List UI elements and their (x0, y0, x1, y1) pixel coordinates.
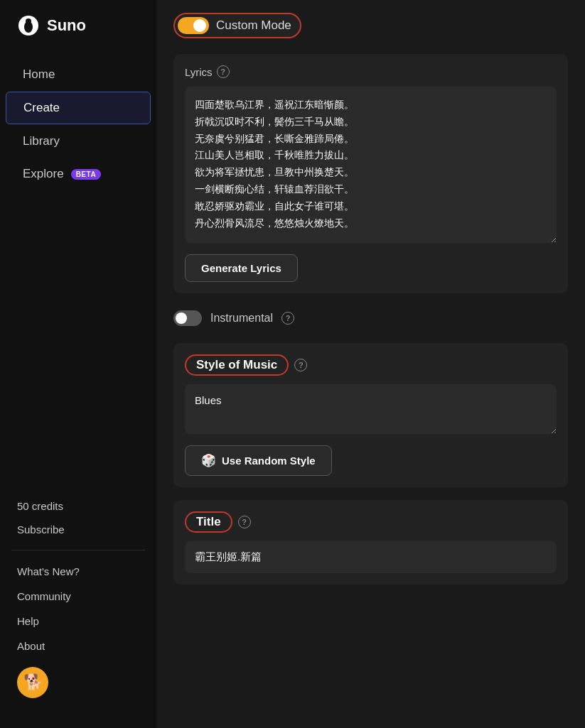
sidebar-nav: Home Create Library Explore BETA 50 cred… (0, 58, 156, 714)
instrumental-row: Instrumental ? (173, 306, 568, 330)
logo: Suno (0, 14, 156, 58)
sidebar-item-library[interactable]: Library (6, 126, 151, 157)
random-style-label: Use Random Style (222, 455, 316, 467)
sidebar-item-create[interactable]: Create (6, 92, 151, 124)
dice-icon: 🎲 (201, 453, 216, 468)
suno-logo-icon (17, 14, 40, 37)
random-style-button[interactable]: 🎲 Use Random Style (185, 445, 332, 476)
style-help-icon[interactable]: ? (294, 359, 307, 371)
style-textarea[interactable]: Blues (185, 384, 557, 434)
style-label: Style of Music (185, 354, 289, 376)
instrumental-label: Instrumental (210, 312, 273, 325)
instrumental-help-icon[interactable]: ? (281, 312, 294, 325)
title-help-icon[interactable]: ? (238, 516, 251, 528)
title-label-row: Title ? (185, 511, 557, 533)
credits-display: 50 credits (0, 494, 156, 518)
sidebar-item-help[interactable]: Help (0, 609, 156, 634)
custom-mode-toggle-wrap[interactable]: Custom Mode (173, 13, 301, 38)
title-section: Title ? (173, 500, 568, 585)
instrumental-toggle[interactable] (173, 310, 202, 326)
style-label-row: Style of Music ? (185, 354, 557, 376)
subscribe-button[interactable]: Subscribe (0, 518, 156, 541)
sidebar-divider (11, 550, 145, 550)
user-avatar[interactable]: 🐕 (17, 667, 48, 698)
style-section: Style of Music ? Blues 🎲 Use Random Styl… (173, 343, 568, 487)
sidebar-item-community[interactable]: Community (0, 584, 156, 609)
sidebar-item-about[interactable]: About (0, 634, 156, 658)
main-content: Custom Mode Lyrics ? 四面楚歌乌江界，遥祝江东暗惭颜。 折戟… (156, 0, 585, 728)
custom-mode-label: Custom Mode (216, 18, 291, 33)
generate-lyrics-button[interactable]: Generate Lyrics (185, 254, 298, 282)
logo-text: Suno (47, 16, 86, 35)
sidebar-item-explore[interactable]: Explore BETA (6, 158, 151, 190)
lyrics-label-row: Lyrics ? (185, 65, 557, 78)
top-bar: Custom Mode (173, 13, 568, 38)
title-label: Title (185, 511, 232, 533)
lyrics-textarea[interactable]: 四面楚歌乌江界，遥祝江东暗惭颜。 折戟沉叹时不利，鬓伤三千马从瞻。 无奈虞兮别猛… (185, 87, 557, 243)
sidebar-item-home[interactable]: Home (6, 59, 151, 90)
beta-badge: BETA (71, 169, 101, 180)
sidebar: Suno Home Create Library Explore BETA 50… (0, 0, 156, 728)
custom-mode-toggle[interactable] (178, 17, 209, 34)
lyrics-help-icon[interactable]: ? (217, 65, 230, 78)
lyrics-section: Lyrics ? 四面楚歌乌江界，遥祝江东暗惭颜。 折戟沉叹时不利，鬓伤三千马从… (173, 54, 568, 293)
lyrics-label: Lyrics (185, 66, 213, 78)
svg-point-2 (26, 18, 31, 24)
sidebar-item-whats-new[interactable]: What's New? (0, 559, 156, 584)
user-avatar-row: 🐕 (0, 658, 156, 707)
title-input[interactable] (185, 541, 557, 573)
